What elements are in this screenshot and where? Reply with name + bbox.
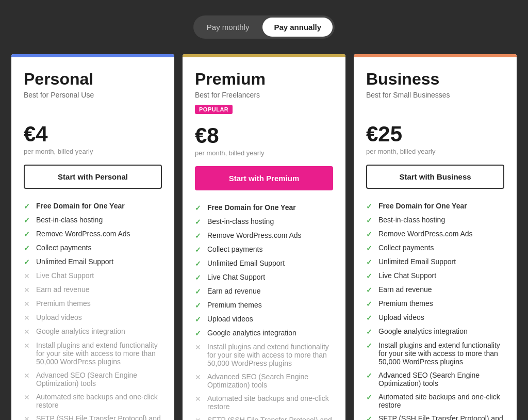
feature-item: ✓ Unlimited Email Support [195,256,333,270]
cross-icon: ✕ [24,272,32,280]
feature-item: ✕ Advanced SEO (Search Engine Optimizati… [24,368,162,390]
cross-icon: ✕ [24,371,32,380]
check-icon: ✓ [195,218,203,226]
check-icon: ✓ [366,230,374,238]
plan-cta-business[interactable]: Start with Business [366,165,504,189]
feature-item: ✓ Collect payments [195,243,333,256]
feature-item: ✕ Automated site backups and one-click r… [24,390,162,412]
cross-icon: ✕ [24,342,32,350]
check-icon: ✓ [366,314,374,322]
feature-item: ✕ Automated site backups and one-click r… [195,392,333,413]
feature-text: Collect payments [378,244,434,252]
feature-text: Unlimited Email Support [207,259,285,267]
feature-item: ✕ Premium themes [24,297,162,311]
feature-item: ✕ SFTP (SSH File Transfer Protocol) and … [24,412,162,420]
check-icon: ✓ [24,258,32,266]
check-icon: ✓ [366,216,374,224]
check-icon: ✓ [195,204,203,212]
annually-button[interactable]: Pay annually [262,18,333,37]
feature-text: Install plugins and extend functionality… [207,343,333,367]
plan-name: Business [366,70,504,89]
cross-icon: ✕ [195,343,203,351]
feature-text: Google analytics integration [36,327,125,335]
plan-tagline: Best for Personal Use [24,91,162,99]
feature-item: ✓ Install plugins and extend functionali… [366,338,504,368]
feature-text: Best-in-class hosting [378,216,445,224]
feature-item: ✓ Google analytics integration [195,326,333,340]
check-icon: ✓ [366,328,374,336]
feature-item: ✓ SFTP (SSH File Transfer Protocol) and … [366,412,504,420]
feature-text: Best-in-class hosting [207,217,274,225]
check-icon: ✓ [195,315,203,324]
plan-body: Premium Best for Freelancers POPULAR €8 … [183,57,345,420]
plan-cta-personal[interactable]: Start with Personal [24,165,162,189]
plan-price: €25 [366,122,504,147]
feature-text: Collect payments [207,245,262,253]
feature-item: ✓ Remove WordPress.com Ads [366,227,504,241]
feature-text: Advanced SEO (Search Engine Optimization… [378,371,504,387]
plan-name: Personal [24,70,162,89]
cross-icon: ✕ [195,395,203,403]
feature-text: Earn ad revenue [378,285,432,294]
feature-text: SFTP (SSH File Transfer Protocol) and Da… [36,414,162,420]
billing-toggle-bar: Pay monthly Pay annually [10,10,518,39]
check-icon: ✓ [366,371,374,380]
check-icon: ✓ [24,216,32,224]
check-icon: ✓ [195,287,203,296]
check-icon: ✓ [195,246,203,254]
feature-item: ✓ Best-in-class hosting [24,213,162,227]
feature-item: ✓ Upload videos [366,311,504,325]
feature-text: Remove WordPress.com Ads [36,230,130,238]
cross-icon: ✕ [24,328,32,336]
plan-cta-premium[interactable]: Start with Premium [195,166,333,190]
feature-text: Upload videos [207,315,253,323]
feature-text: Live Chat Support [36,271,94,280]
feature-text: Premium themes [207,301,262,309]
plan-card-premium: Premium Best for Freelancers POPULAR €8 … [183,54,345,420]
feature-item: ✓ Premium themes [366,297,504,311]
cross-icon: ✕ [24,393,32,401]
popular-badge: POPULAR [195,105,233,114]
check-icon: ✓ [195,232,203,240]
plan-body: Personal Best for Personal Use €4 per mo… [11,57,174,420]
feature-text: Automated site backups and one-click res… [207,394,333,411]
plan-billing: per month, billed yearly [195,149,333,157]
check-icon: ✓ [366,202,374,211]
plan-body: Business Best for Small Businesses €25 p… [354,57,517,420]
feature-item: ✕ Earn ad revenue [24,283,162,297]
cross-icon: ✕ [24,415,32,420]
feature-text: Earn ad revenue [36,285,90,294]
cross-icon: ✕ [24,314,32,322]
plan-price: €8 [195,123,333,148]
feature-text: Premium themes [36,299,91,308]
plans-container: Personal Best for Personal Use €4 per mo… [11,54,517,420]
check-icon: ✓ [24,230,32,238]
billing-toggle: Pay monthly Pay annually [193,15,335,39]
feature-item: ✓ Collect payments [24,241,162,255]
feature-item: ✕ Google analytics integration [24,325,162,338]
features-list: ✓ Free Domain for One Year ✓ Best-in-cla… [195,201,333,420]
feature-item: ✕ Install plugins and extend functionali… [24,338,162,368]
feature-text: Google analytics integration [378,327,468,335]
feature-item: ✕ Advanced SEO (Search Engine Optimizati… [195,370,333,392]
check-icon: ✓ [366,342,374,350]
check-icon: ✓ [366,244,374,252]
feature-text: Advanced SEO (Search Engine Optimization… [207,373,333,389]
feature-text: Automated site backups and one-click res… [36,393,162,409]
plan-card-personal: Personal Best for Personal Use €4 per mo… [11,54,174,420]
feature-item: ✓ Unlimited Email Support [24,255,162,269]
feature-item: ✓ Automated site backups and one-click r… [366,390,504,412]
feature-text: Free Domain for One Year [36,202,125,210]
plan-billing: per month, billed yearly [366,148,504,155]
check-icon: ✓ [24,244,32,252]
monthly-button[interactable]: Pay monthly [195,18,261,37]
check-icon: ✓ [195,273,203,282]
plan-card-business: Business Best for Small Businesses €25 p… [354,54,517,420]
feature-text: Earn ad revenue [207,287,261,295]
cross-icon: ✕ [195,416,203,420]
feature-text: Automated site backups and one-click res… [378,393,504,409]
feature-text: Install plugins and extend functionality… [36,341,162,366]
feature-text: Live Chat Support [378,271,436,280]
feature-text: Collect payments [36,244,91,252]
feature-item: ✓ Free Domain for One Year [366,199,504,213]
